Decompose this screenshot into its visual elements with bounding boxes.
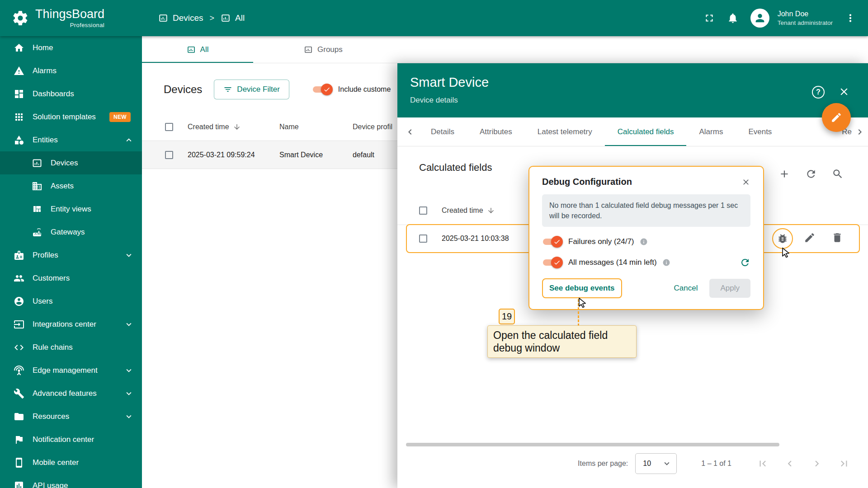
device-filter-button[interactable]: Device Filter	[214, 80, 289, 99]
sidebar-item-solution-templates[interactable]: Solution templatesNEW	[0, 105, 142, 128]
fullscreen-button[interactable]	[703, 12, 715, 24]
sidebar-item-home[interactable]: Home	[0, 36, 142, 59]
include-customers-toggle-row: Include custome	[312, 84, 391, 95]
help-icon: ?	[816, 88, 821, 96]
breadcrumb-devices[interactable]: Devices	[158, 13, 203, 23]
plus-icon	[778, 168, 790, 180]
row-checkbox[interactable]	[165, 151, 173, 159]
tab-events[interactable]: Events	[736, 117, 784, 146]
apply-button-disabled[interactable]: Apply	[709, 279, 750, 298]
chevron-down-icon	[124, 250, 134, 260]
tab-groups[interactable]: Groups	[278, 36, 368, 63]
home-icon	[14, 42, 24, 53]
reset-timer-button[interactable]	[740, 257, 750, 268]
panel-subtitle: Device details	[410, 96, 868, 105]
sidebar-item-dashboards[interactable]: Dashboards	[0, 82, 142, 105]
sidebar-item-mobile-center[interactable]: Mobile center	[0, 451, 142, 474]
sidebar-item-alarms[interactable]: Alarms	[0, 59, 142, 82]
sidebar-item-resources[interactable]: Resources	[0, 405, 142, 428]
app-logo[interactable]: ThingsBoard Professional	[0, 8, 142, 28]
sidebar-item-advanced-features[interactable]: Advanced features	[0, 382, 142, 405]
column-created-time[interactable]: Created time	[442, 206, 533, 215]
user-avatar[interactable]	[750, 9, 769, 28]
entities-icon	[14, 135, 24, 145]
refresh-button[interactable]	[805, 168, 817, 180]
breadcrumb-all[interactable]: All	[221, 13, 245, 23]
sidebar-item-integrations-center[interactable]: Integrations center	[0, 313, 142, 336]
horizontal-scrollbar[interactable]	[406, 443, 779, 446]
column-created-time[interactable]: Created time	[188, 123, 279, 131]
sidebar-item-api-usage[interactable]: API usage	[0, 474, 142, 488]
sidebar-item-profiles[interactable]: Profiles	[0, 244, 142, 267]
sidebar-item-label: Mobile center	[33, 458, 79, 467]
help-button[interactable]: ?	[812, 86, 825, 99]
header-menu-button[interactable]	[844, 12, 856, 24]
solution-templates-icon	[14, 112, 24, 122]
include-customers-toggle[interactable]	[312, 84, 333, 95]
sidebar-item-label: Integrations center	[33, 320, 96, 329]
sidebar-item-edge-management[interactable]: Edge management	[0, 359, 142, 382]
see-debug-events-button-highlighted[interactable]: See debug events	[542, 278, 622, 298]
sidebar-item-label: Alarms	[33, 66, 57, 75]
filter-icon	[223, 85, 232, 94]
sidebar-item-assets[interactable]: Assets	[0, 174, 142, 197]
see-debug-events-label: See debug events	[549, 284, 615, 292]
page-range-label: 1 – 1 of 1	[701, 460, 731, 468]
sidebar-item-label: Advanced features	[33, 389, 97, 398]
select-all-checkbox[interactable]	[419, 206, 427, 215]
select-all-checkbox[interactable]	[165, 123, 173, 131]
tab-alarms[interactable]: Alarms	[686, 117, 736, 146]
first-page-button[interactable]	[757, 458, 769, 469]
tab-calculated-fields[interactable]: Calculated fields	[605, 117, 687, 146]
close-panel-button[interactable]	[838, 86, 850, 99]
mouse-cursor	[576, 297, 588, 309]
sort-desc-icon	[487, 206, 495, 215]
sidebar-item-gateways[interactable]: Gateways	[0, 221, 142, 244]
column-name[interactable]: Name	[279, 123, 353, 131]
debug-config-button-highlighted[interactable]	[772, 228, 793, 249]
add-calculated-field-button[interactable]	[778, 168, 790, 180]
tab-all[interactable]: All	[142, 36, 253, 63]
thingsboard-logo-icon	[12, 9, 29, 27]
previous-page-button[interactable]	[784, 458, 796, 469]
bell-icon	[727, 12, 739, 24]
sidebar-item-label: Assets	[51, 182, 74, 191]
tabs-scroll-right-button[interactable]	[852, 117, 868, 146]
failures-only-toggle[interactable]	[542, 236, 563, 248]
notifications-button[interactable]	[727, 12, 739, 24]
sidebar-item-customers[interactable]: Customers	[0, 267, 142, 290]
dialog-close-button[interactable]	[741, 178, 750, 187]
fullscreen-icon	[703, 12, 715, 24]
tab-details[interactable]: Details	[418, 117, 467, 146]
page-size-select[interactable]: 10	[635, 453, 677, 474]
tab-attributes[interactable]: Attributes	[467, 117, 525, 146]
sidebar-item-users[interactable]: Users	[0, 290, 142, 313]
sidebar-item-notification-center[interactable]: Notification center	[0, 428, 142, 451]
next-page-button[interactable]	[811, 458, 823, 469]
last-page-button[interactable]	[838, 458, 850, 469]
sidebar-item-devices[interactable]: Devices	[0, 151, 142, 174]
api-usage-icon	[14, 480, 24, 488]
delete-row-button[interactable]	[831, 232, 843, 245]
notification-center-icon	[14, 434, 24, 445]
search-icon	[832, 168, 844, 180]
edit-device-fab[interactable]	[822, 103, 851, 132]
breadcrumb: Devices > All	[158, 13, 245, 23]
tab-latest-telemetry[interactable]: Latest telemetry	[525, 117, 605, 146]
sidebar-item-entities[interactable]: Entities	[0, 128, 142, 151]
cancel-button[interactable]: Cancel	[674, 284, 698, 293]
devices-icon	[158, 13, 168, 23]
chevron-left-icon	[405, 127, 415, 137]
panel-header: Smart Device Device details ?	[397, 63, 868, 117]
row-checkbox[interactable]	[419, 235, 427, 243]
tabs-scroll-left-button[interactable]	[402, 117, 418, 146]
sidebar-item-label: Resources	[33, 412, 69, 421]
search-button[interactable]	[832, 168, 844, 180]
tab-label: Attributes	[480, 127, 512, 136]
groups-tab-icon	[304, 45, 313, 54]
sidebar-item-entity-views[interactable]: Entity views	[0, 197, 142, 221]
edit-row-button[interactable]	[804, 232, 816, 245]
all-messages-toggle[interactable]	[542, 257, 563, 268]
column-label: Name	[279, 123, 299, 131]
sidebar-item-rule-chains[interactable]: Rule chains	[0, 336, 142, 359]
